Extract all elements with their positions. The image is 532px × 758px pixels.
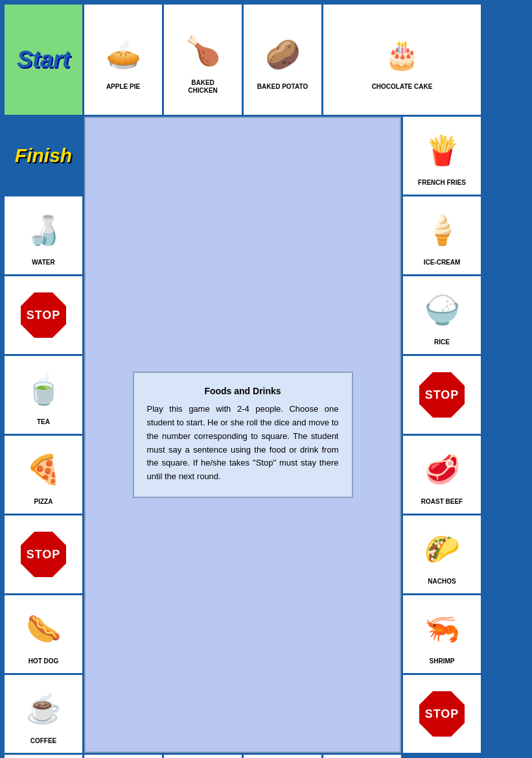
shrimp-icon: 🦐	[416, 603, 468, 655]
coffee-cell: ☕COFFEE	[5, 675, 82, 753]
french-fries-icon: 🍟	[416, 124, 468, 176]
shrimp-cell: 🦐SHRIMP	[403, 595, 481, 673]
roast-beef-label: ROAST BEEF	[421, 498, 463, 506]
instructions-text: Play this game with 2-4 people. Choose o…	[147, 403, 339, 484]
nachos-icon: 🌮	[416, 523, 468, 575]
baked-potato-label: BAKED POTATO	[257, 83, 308, 91]
stop-sign: STOP	[419, 372, 465, 418]
french-fries-label: FRENCH FRIES	[418, 179, 466, 187]
french-fries-cell: 🍟FRENCH FRIES	[403, 117, 481, 195]
finish-cell: Finish	[5, 117, 82, 195]
chocolate-cake-label: CHOCOLATE CAKE	[372, 83, 433, 91]
pizza-label: PIZZA	[34, 498, 53, 506]
ice-cream-cell: 🍦ICE-CREAM	[403, 196, 481, 274]
coffee-label: COFFEE	[30, 737, 57, 745]
cheeseburger-cell: 🍔CHEESEBURGER	[244, 755, 321, 758]
bun-cell: 🍞BUN	[164, 755, 242, 758]
pizza-cell: 🍕PIZZA	[5, 436, 82, 514]
ice-cream-icon: 🍦	[416, 204, 468, 256]
spaghetti-cell: 🍝SPAGHETTI	[84, 755, 162, 758]
baked-chicken-cell: 🍗BAKEDCHICKEN	[164, 5, 242, 115]
roast-beef-cell: 🥩ROAST BEEF	[403, 436, 481, 514]
start-label: Start	[17, 46, 70, 73]
water-cell: 🍶WATER	[5, 196, 82, 274]
finish-label: Finish	[15, 145, 72, 167]
tea-icon: 🍵	[17, 364, 69, 416]
rice-label: RICE	[434, 338, 450, 346]
hot-dog-icon: 🌭	[17, 603, 69, 655]
stop-cell: STOP	[403, 675, 481, 753]
baked-chicken-icon: 🍗	[177, 25, 229, 77]
rice-icon: 🍚	[416, 284, 468, 336]
pizza-icon: 🍕	[17, 444, 69, 495]
hot-dog-label: HOT DOG	[29, 657, 59, 665]
water-icon: 🍶	[17, 204, 69, 256]
shrimp-label: SHRIMP	[430, 657, 455, 665]
chocolate-cake-icon: 🎂	[376, 29, 428, 80]
stop-cell: STOP	[5, 755, 82, 758]
instructions-box: Foods and DrinksPlay this game with 2-4 …	[133, 372, 353, 498]
start-cell: Start	[5, 5, 82, 115]
coffee-icon: ☕	[17, 683, 69, 735]
baked-potato-cell: 🥔BAKED POTATO	[244, 5, 321, 115]
game-board: Start🥧APPLE PIE🍗BAKEDCHICKEN🥔BAKED POTAT…	[0, 0, 532, 758]
baked-potato-icon: 🥔	[257, 29, 308, 80]
stop-cell: STOP	[5, 515, 82, 593]
bagel-cell: 🥯BAGEL	[323, 755, 401, 758]
apple-pie-cell: 🥧APPLE PIE	[84, 5, 162, 115]
stop-cell: STOP	[5, 276, 82, 354]
baked-chicken-label: BAKEDCHICKEN	[188, 79, 218, 95]
nachos-cell: 🌮NACHOS	[403, 515, 481, 593]
rice-cell: 🍚RICE	[403, 276, 481, 354]
stop-sign: STOP	[419, 691, 465, 737]
chocolate-cake-cell: 🎂CHOCOLATE CAKE	[323, 5, 481, 115]
hot-dog-cell: 🌭HOT DOG	[5, 595, 82, 673]
tea-cell: 🍵TEA	[5, 356, 82, 434]
nachos-label: NACHOS	[428, 578, 456, 586]
stop-sign: STOP	[21, 532, 66, 577]
roast-beef-icon: 🥩	[416, 444, 468, 495]
stop-sign: STOP	[21, 292, 66, 338]
apple-pie-icon: 🥧	[97, 29, 149, 80]
ice-cream-label: ICE-CREAM	[424, 259, 461, 266]
instructions-title: Foods and Drinks	[147, 386, 339, 396]
apple-pie-label: APPLE PIE	[106, 83, 140, 91]
water-label: WATER	[32, 259, 54, 266]
center-area: Foods and DrinksPlay this game with 2-4 …	[84, 117, 401, 753]
stop-cell: STOP	[403, 356, 481, 434]
tea-label: TEA	[37, 418, 50, 426]
